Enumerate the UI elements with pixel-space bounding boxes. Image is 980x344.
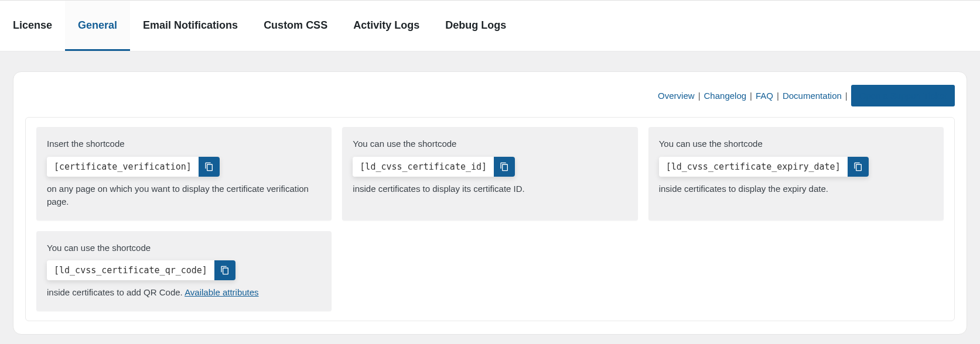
toolbar-link-documentation[interactable]: Documentation: [783, 91, 842, 101]
tab-debug-logs[interactable]: Debug Logs: [432, 1, 519, 51]
card-outro: on any page on which you want to display…: [47, 183, 321, 209]
shortcode-text: [certificate_verification]: [47, 157, 199, 177]
card-intro: Insert the shortcode: [47, 137, 321, 151]
separator: |: [750, 91, 752, 101]
tab-general[interactable]: General: [65, 1, 130, 51]
shortcode-text: [ld_cvss_certificate_qr_code]: [47, 260, 214, 280]
separator: |: [698, 91, 701, 101]
card-outro: inside certificates to display its certi…: [353, 183, 627, 196]
main-panel: Overview | Changelog | FAQ | Documentati…: [13, 71, 967, 335]
copy-icon[interactable]: [848, 157, 869, 177]
toolbar-link-overview[interactable]: Overview: [658, 91, 695, 101]
copy-icon[interactable]: [494, 157, 515, 177]
shortcode-text: [ld_cvss_certificate_expiry_date]: [659, 157, 848, 177]
available-attributes-link[interactable]: Available attributes: [185, 287, 258, 297]
card-outro: inside certificates to display the expir…: [659, 183, 933, 196]
separator: |: [777, 91, 779, 101]
card-intro: You can use the shortcode: [659, 137, 933, 151]
shortcode-card: You can use the shortcode[ld_cvss_certif…: [36, 231, 332, 311]
help-toolbar: Overview | Changelog | FAQ | Documentati…: [25, 82, 955, 117]
shortcode-cards: Insert the shortcode[certificate_verific…: [25, 117, 955, 321]
card-intro: You can use the shortcode: [353, 137, 627, 151]
tab-activity-logs[interactable]: Activity Logs: [340, 1, 432, 51]
toolbar-link-changelog[interactable]: Changelog: [704, 91, 747, 101]
card-outro-text: inside certificates to display its certi…: [353, 184, 524, 194]
toolbar-link-faq[interactable]: FAQ: [756, 91, 773, 101]
copy-icon[interactable]: [199, 157, 220, 177]
open-support-ticket-button[interactable]: Open a Support Ticket: [851, 85, 955, 106]
card-outro-text: inside certificates to add QR Code.: [47, 287, 185, 297]
tab-email-notifications[interactable]: Email Notifications: [130, 1, 251, 51]
tab-license[interactable]: License: [0, 1, 65, 51]
shortcode-row: [ld_cvss_certificate_id]: [353, 157, 515, 177]
card-outro-text: on any page on which you want to display…: [47, 184, 309, 207]
shortcode-row: [ld_cvss_certificate_qr_code]: [47, 260, 235, 280]
page-container: Overview | Changelog | FAQ | Documentati…: [0, 51, 980, 344]
card-outro-text: inside certificates to display the expir…: [659, 184, 828, 194]
shortcode-card: Insert the shortcode[certificate_verific…: [36, 127, 332, 221]
shortcode-row: [certificate_verification]: [47, 157, 220, 177]
shortcode-row: [ld_cvss_certificate_expiry_date]: [659, 157, 869, 177]
card-intro: You can use the shortcode: [47, 242, 321, 255]
copy-icon[interactable]: [214, 260, 235, 280]
card-outro: inside certificates to add QR Code. Avai…: [47, 286, 321, 300]
shortcode-card: You can use the shortcode[ld_cvss_certif…: [648, 127, 944, 221]
shortcode-text: [ld_cvss_certificate_id]: [353, 157, 494, 177]
separator: |: [845, 91, 848, 101]
settings-tabs: LicenseGeneralEmail NotificationsCustom …: [0, 0, 980, 51]
shortcode-card: You can use the shortcode[ld_cvss_certif…: [342, 127, 637, 221]
tab-custom-css[interactable]: Custom CSS: [251, 1, 340, 51]
